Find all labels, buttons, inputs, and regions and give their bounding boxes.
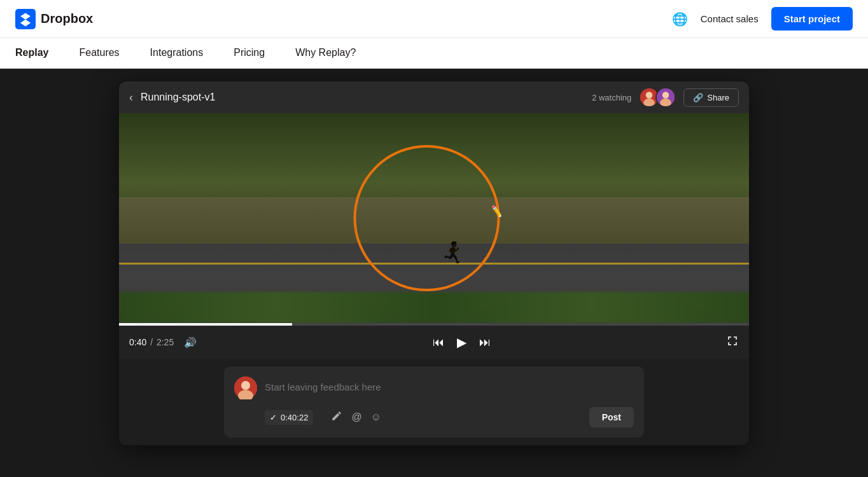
player-header: ‹ Running-spot-v1 2 watching — [119, 81, 749, 113]
mention-button[interactable]: @ — [351, 411, 361, 423]
dropbox-name: Dropbox — [41, 11, 93, 26]
controls-left: 0:40 / 2:25 🔊 — [129, 336, 197, 349]
nav-item-features[interactable]: Features — [64, 38, 134, 69]
nav-item-replay[interactable]: Replay — [0, 38, 64, 69]
contact-sales-link[interactable]: Contact sales — [701, 13, 759, 24]
comment-tools: @ ☺ — [331, 410, 381, 424]
post-button[interactable]: Post — [589, 407, 634, 427]
controls-center: ⏮ ▶ ⏭ — [433, 335, 491, 350]
back-button[interactable]: ‹ — [129, 91, 133, 104]
navbar: Replay Features Integrations Pricing Why… — [0, 38, 868, 69]
video-area[interactable]: 🏃 ✏️ — [119, 113, 749, 323]
time-total: 2:25 — [157, 337, 174, 347]
share-button[interactable]: 🔗 Share — [683, 88, 739, 107]
avatar-group — [639, 87, 676, 107]
controls-right — [726, 335, 739, 350]
fullscreen-icon — [726, 335, 739, 347]
start-project-button[interactable]: Start project — [771, 7, 853, 31]
svg-point-8 — [241, 381, 250, 390]
forward-button[interactable]: ⏭ — [479, 336, 491, 349]
dropbox-icon — [15, 9, 36, 29]
svg-point-3 — [644, 99, 655, 107]
nav-item-why-replay[interactable]: Why Replay? — [280, 38, 371, 69]
comment-input-row — [234, 377, 634, 399]
draw-tool-button[interactable] — [331, 410, 342, 424]
runner-figure: 🏃 — [440, 240, 466, 265]
topbar: Dropbox 🌐 Contact sales Start project — [0, 0, 868, 38]
avatar-2 — [655, 87, 676, 107]
video-title: Running-spot-v1 — [141, 92, 215, 103]
commenter-avatar — [234, 377, 257, 399]
globe-button[interactable]: 🌐 — [672, 11, 688, 27]
svg-point-2 — [646, 92, 653, 99]
emoji-icon: ☺ — [371, 411, 381, 422]
time-separator: / — [150, 337, 155, 347]
time-display: 0:40 / 2:25 — [129, 337, 174, 347]
comment-footer-left: ✓ 0:40:22 @ ☺ — [265, 410, 381, 425]
topbar-right: 🌐 Contact sales Start project — [672, 7, 853, 31]
comment-footer-right: Post — [589, 407, 634, 427]
comment-footer: ✓ 0:40:22 @ ☺ — [234, 407, 634, 427]
commenter-avatar-img — [234, 377, 257, 399]
fullscreen-button[interactable] — [726, 335, 739, 350]
dropbox-logo: Dropbox — [15, 9, 93, 29]
watching-label: 2 watching — [592, 93, 631, 102]
topbar-left: Dropbox — [15, 9, 93, 29]
emoji-button[interactable]: ☺ — [371, 411, 381, 423]
draw-icon — [331, 410, 342, 422]
nav-item-integrations[interactable]: Integrations — [135, 38, 219, 69]
player-header-left: ‹ Running-spot-v1 — [129, 91, 215, 104]
pencil-cursor: ✏️ — [490, 205, 505, 219]
timestamp-check[interactable]: ✓ 0:40:22 — [265, 410, 313, 425]
time-current: 0:40 — [129, 337, 146, 347]
share-label: Share — [707, 93, 729, 102]
comment-area: ✓ 0:40:22 @ ☺ — [224, 366, 644, 438]
comment-input[interactable] — [265, 377, 634, 398]
share-icon: 🔗 — [693, 93, 703, 102]
check-icon: ✓ — [270, 413, 277, 422]
volume-button[interactable]: 🔊 — [184, 336, 197, 349]
nav-item-pricing[interactable]: Pricing — [218, 38, 280, 69]
play-button[interactable]: ▶ — [457, 335, 466, 350]
svg-point-5 — [662, 92, 669, 99]
progress-bar[interactable] — [119, 323, 749, 326]
video-controls: 0:40 / 2:25 🔊 ⏮ ▶ ⏭ — [119, 326, 749, 359]
rewind-button[interactable]: ⏮ — [433, 336, 444, 349]
player-container: ‹ Running-spot-v1 2 watching — [119, 81, 749, 445]
svg-point-6 — [661, 99, 672, 107]
main-area: ‹ Running-spot-v1 2 watching — [0, 69, 868, 477]
mention-icon: @ — [351, 411, 361, 422]
progress-bar-fill — [119, 323, 292, 326]
player-header-right: 2 watching — [592, 87, 739, 107]
timestamp-value: 0:40:22 — [281, 413, 308, 422]
